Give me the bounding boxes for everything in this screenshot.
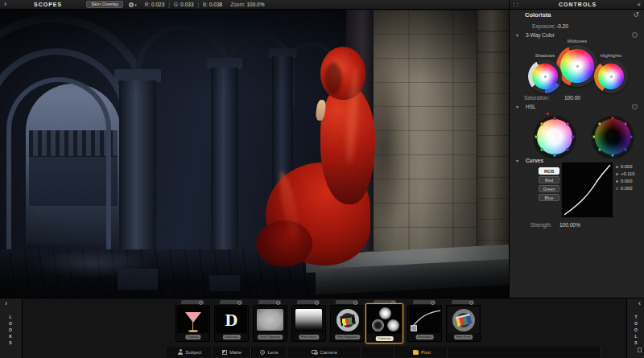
highlights-wheel-label: Highlights bbox=[592, 53, 630, 58]
curve-editor[interactable] bbox=[561, 162, 613, 218]
hsl-selection-marker bbox=[547, 113, 549, 115]
hue-dot-magenta[interactable] bbox=[624, 122, 627, 126]
hue-dot-yellow[interactable] bbox=[598, 122, 601, 126]
hue-dot-green[interactable] bbox=[540, 148, 543, 151]
category-tab-post[interactable]: Post bbox=[395, 347, 448, 357]
tool-card-film-grain[interactable]: Film Grain bbox=[291, 305, 326, 342]
tool-card-diffusion[interactable]: D Diffusion bbox=[214, 305, 249, 342]
highlights-wheel-handle[interactable] bbox=[610, 76, 613, 78]
hue-dot-purple[interactable] bbox=[630, 135, 633, 138]
tool-card-shoulder[interactable]: Shoulder bbox=[407, 305, 442, 342]
category-tab-subject[interactable]: Subject bbox=[167, 347, 213, 357]
scopes-settings-button[interactable]: ▾ bbox=[129, 2, 137, 7]
card-tab[interactable] bbox=[181, 300, 204, 304]
saturation-value[interactable]: 100.00 bbox=[564, 95, 580, 101]
midtones-wheel-handle[interactable] bbox=[576, 65, 579, 68]
point-dot-icon bbox=[616, 166, 618, 168]
hue-dot-blue[interactable] bbox=[566, 148, 569, 151]
curve-svg bbox=[562, 163, 613, 217]
category-tab-matte[interactable]: Matte bbox=[213, 347, 251, 357]
tool-card-film-negative[interactable]: Film Negative bbox=[330, 305, 365, 342]
panel-grip-icon[interactable] bbox=[513, 2, 518, 7]
tool-card-film-print[interactable]: Film Print bbox=[446, 305, 481, 342]
curve-point-value[interactable]: +0.110 bbox=[621, 171, 634, 176]
tool-card-cosmo[interactable]: Cosmo bbox=[175, 305, 210, 342]
shadows-wheel-handle[interactable] bbox=[544, 76, 547, 78]
film-negative-artwork bbox=[332, 307, 363, 333]
tool-card-label: Film Negative bbox=[335, 335, 361, 339]
hue-dot-blue[interactable] bbox=[624, 148, 627, 151]
tool-card-label: Shoulder bbox=[415, 335, 434, 339]
image-viewport[interactable] bbox=[0, 10, 509, 298]
grain-gradient-swatch bbox=[295, 309, 322, 331]
reset-icon[interactable]: ↺ bbox=[633, 10, 639, 19]
looks-rail[interactable]: › LOOKS bbox=[0, 298, 23, 358]
controls-panel: Colorista ↺ Exposure: -0.20 ▾ 3-Way Colo… bbox=[509, 10, 644, 298]
shoulder-artwork bbox=[409, 307, 440, 333]
curve-channel-red-button[interactable]: Red bbox=[539, 176, 559, 183]
curve-point-value[interactable]: 0.000 bbox=[621, 186, 633, 191]
expand-tools-icon[interactable]: ‹ bbox=[638, 300, 641, 307]
colorista-artwork bbox=[367, 305, 402, 334]
film-strip-icon bbox=[340, 314, 356, 326]
hue-dot-purple[interactable] bbox=[572, 135, 575, 138]
hue-dot-lime[interactable] bbox=[592, 135, 596, 138]
curve-channel-green-button[interactable]: Green bbox=[539, 185, 559, 192]
highlights-color-wheel[interactable] bbox=[594, 60, 628, 93]
controls-title: CONTROLS bbox=[518, 2, 637, 7]
tools-rail[interactable]: ‹ TOOLS bbox=[626, 298, 644, 358]
camera-icon bbox=[312, 350, 317, 354]
strength-label: Strength: bbox=[530, 222, 551, 228]
card-tab[interactable] bbox=[336, 300, 358, 304]
hue-dot-yellow[interactable] bbox=[540, 122, 543, 126]
hue-dot-magenta[interactable] bbox=[566, 122, 569, 126]
category-tab-lens[interactable]: Lens bbox=[251, 347, 287, 357]
card-tab[interactable] bbox=[297, 300, 320, 304]
tool-card-lens-vignette[interactable]: Lens Vignette bbox=[253, 305, 287, 342]
midtones-color-wheel[interactable] bbox=[556, 45, 598, 87]
three-way-collapse-icon[interactable]: ▾ bbox=[516, 32, 518, 38]
hsl-saturation-wheel[interactable] bbox=[534, 116, 576, 158]
hsl-enable-toggle[interactable] bbox=[632, 104, 638, 109]
hsl-collapse-icon[interactable]: ▾ bbox=[516, 104, 518, 109]
hue-dot-cyan[interactable] bbox=[611, 154, 614, 157]
curve-channel-rgb-button[interactable]: RGB bbox=[539, 167, 559, 175]
wheel-icon-left bbox=[372, 319, 384, 331]
magic-bullet-looks-window: › SCOPES Skin Overlay ▾ R: 0.023 | G: 0.… bbox=[0, 0, 644, 358]
overlay-mode-select[interactable]: Skin Overlay bbox=[86, 1, 123, 8]
card-tab[interactable] bbox=[452, 300, 474, 304]
hue-dot-red[interactable] bbox=[611, 117, 614, 120]
card-tab[interactable] bbox=[413, 300, 436, 304]
resize-grip-icon[interactable] bbox=[638, 348, 642, 352]
shadows-color-wheel[interactable] bbox=[528, 60, 562, 93]
collapse-scopes-icon[interactable]: › bbox=[4, 1, 6, 8]
vignette-swatch bbox=[257, 309, 283, 331]
curves-collapse-icon[interactable]: ▾ bbox=[516, 158, 518, 163]
card-tab[interactable] bbox=[258, 300, 281, 304]
tool-card-colorista-selected[interactable]: Colorista bbox=[365, 303, 403, 344]
curve-point-value[interactable]: 0.000 bbox=[621, 164, 633, 169]
active-tool-title: Colorista bbox=[525, 11, 551, 19]
strength-value[interactable]: 100.00% bbox=[559, 222, 580, 228]
category-label: Post bbox=[421, 350, 431, 355]
category-empty-segment bbox=[448, 347, 601, 357]
expand-looks-icon[interactable]: › bbox=[5, 300, 7, 307]
caret-down-icon: ▾ bbox=[134, 2, 137, 7]
hue-dot-green[interactable] bbox=[598, 148, 601, 151]
close-icon[interactable]: × bbox=[637, 2, 641, 8]
exposure-value[interactable]: -0.20 bbox=[556, 23, 568, 29]
hsl-section-label: HSL bbox=[526, 104, 536, 109]
three-way-enable-toggle[interactable] bbox=[632, 32, 638, 38]
tool-card-label: Cosmo bbox=[185, 335, 200, 339]
curve-point-value[interactable]: 0.000 bbox=[621, 179, 633, 183]
category-tab-camera[interactable]: Camera bbox=[287, 347, 361, 357]
curve-channel-blue-button[interactable]: Blue bbox=[539, 194, 559, 201]
hsl-luminance-wheel[interactable] bbox=[592, 116, 634, 158]
hue-dot-red[interactable] bbox=[553, 117, 556, 120]
hue-dot-lime[interactable] bbox=[535, 135, 538, 138]
card-tab[interactable] bbox=[220, 300, 242, 304]
hue-dot-cyan[interactable] bbox=[553, 154, 556, 157]
category-spacer bbox=[361, 347, 395, 357]
person-icon bbox=[178, 349, 183, 355]
scopes-header-bar: › SCOPES Skin Overlay ▾ R: 0.023 | G: 0.… bbox=[0, 0, 509, 10]
